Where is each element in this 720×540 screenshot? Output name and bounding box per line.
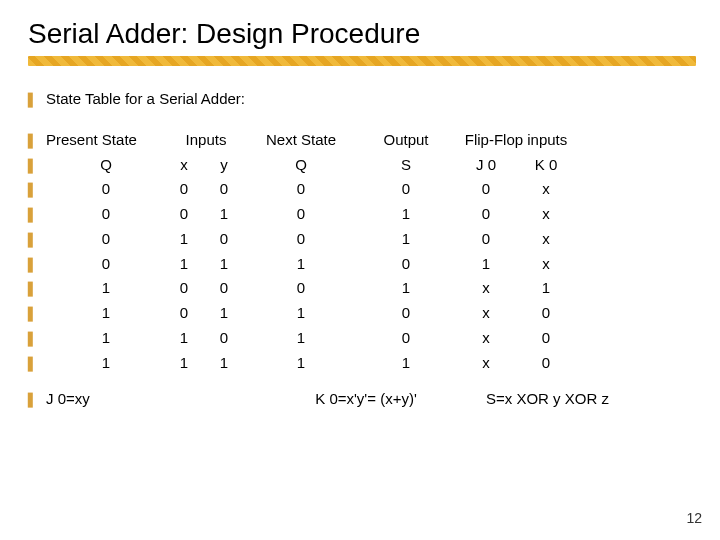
cell-q: 1 — [46, 279, 166, 298]
cell-k0: 0 — [516, 304, 576, 323]
cell-k0: 1 — [516, 279, 576, 298]
col-flipflop: Flip-Flop inputs — [456, 131, 576, 150]
cell-j0: x — [456, 279, 516, 298]
cell-q: 1 — [46, 304, 166, 323]
cell-next-q: 1 — [246, 354, 356, 373]
slide: Serial Adder: Design Procedure ❚ State T… — [0, 0, 720, 540]
cell-next-q: 1 — [246, 304, 356, 323]
cell-x: 0 — [166, 304, 202, 323]
table-row: ❚10110x0 — [24, 304, 696, 323]
table-row: ❚010010x — [24, 230, 696, 249]
col-present-state: Present State — [46, 131, 166, 150]
cell-q: 0 — [46, 205, 166, 224]
bullet-icon: ❚ — [24, 230, 46, 249]
cell-y: 0 — [202, 279, 246, 298]
cell-y: 0 — [202, 180, 246, 199]
cell-s: 0 — [356, 180, 456, 199]
table-row: ❚011101x — [24, 255, 696, 274]
content: ❚ State Table for a Serial Adder: ❚ Pres… — [24, 90, 696, 409]
cell-y: 0 — [202, 329, 246, 348]
cell-y: 1 — [202, 304, 246, 323]
cell-j0: 0 — [456, 205, 516, 224]
col-q2: Q — [246, 156, 356, 175]
cell-s: 1 — [356, 354, 456, 373]
cell-j0: 0 — [456, 180, 516, 199]
cell-s: 0 — [356, 304, 456, 323]
col-k0: K 0 — [516, 156, 576, 175]
cell-x: 0 — [166, 205, 202, 224]
cell-x: 1 — [166, 230, 202, 249]
cell-x: 1 — [166, 255, 202, 274]
cell-j0: x — [456, 329, 516, 348]
cell-q: 0 — [46, 180, 166, 199]
page-title: Serial Adder: Design Procedure — [28, 18, 696, 50]
bullet-icon: ❚ — [24, 90, 46, 109]
col-x: x — [166, 156, 202, 175]
table-row: ❚11111x0 — [24, 354, 696, 373]
cell-q: 0 — [46, 230, 166, 249]
title-underline — [28, 56, 696, 66]
table-row: ❚11010x0 — [24, 329, 696, 348]
bullet-icon: ❚ — [24, 304, 46, 323]
cell-x: 0 — [166, 279, 202, 298]
cell-y: 1 — [202, 255, 246, 274]
cell-s: 1 — [356, 279, 456, 298]
table-header-row-2: ❚ Q x y Q S J 0 K 0 — [24, 156, 696, 175]
col-y: y — [202, 156, 246, 175]
col-next-state: Next State — [246, 131, 356, 150]
cell-next-q: 0 — [246, 230, 356, 249]
formula-s: S=x XOR y XOR z — [486, 390, 686, 409]
cell-q: 1 — [46, 354, 166, 373]
formula-row: ❚ J 0=xy K 0=x'y'= (x+y)' S=x XOR y XOR … — [24, 390, 696, 409]
col-inputs: Inputs — [166, 131, 246, 150]
cell-q: 1 — [46, 329, 166, 348]
cell-next-q: 0 — [246, 180, 356, 199]
bullet-icon: ❚ — [24, 131, 46, 150]
bullet-icon: ❚ — [24, 329, 46, 348]
cell-next-q: 1 — [246, 255, 356, 274]
bullet-icon: ❚ — [24, 279, 46, 298]
intro-row: ❚ State Table for a Serial Adder: — [24, 90, 696, 109]
bullet-icon: ❚ — [24, 205, 46, 224]
cell-y: 1 — [202, 354, 246, 373]
cell-j0: 0 — [456, 230, 516, 249]
cell-x: 1 — [166, 354, 202, 373]
cell-k0: x — [516, 255, 576, 274]
cell-next-q: 0 — [246, 205, 356, 224]
cell-s: 1 — [356, 205, 456, 224]
cell-q: 0 — [46, 255, 166, 274]
bullet-icon: ❚ — [24, 156, 46, 175]
col-q: Q — [46, 156, 166, 175]
table-row: ❚000000x — [24, 180, 696, 199]
bullet-icon: ❚ — [24, 390, 46, 409]
bullet-icon: ❚ — [24, 180, 46, 199]
cell-x: 1 — [166, 329, 202, 348]
bullet-icon: ❚ — [24, 255, 46, 274]
bullet-icon: ❚ — [24, 354, 46, 373]
cell-y: 1 — [202, 205, 246, 224]
col-output: Output — [356, 131, 456, 150]
table-header-row-1: ❚ Present State Inputs Next State Output… — [24, 131, 696, 150]
cell-s: 0 — [356, 255, 456, 274]
table-body: ❚000000x❚001010x❚010010x❚011101x❚10001x1… — [24, 180, 696, 372]
cell-k0: 0 — [516, 354, 576, 373]
table-row: ❚001010x — [24, 205, 696, 224]
cell-k0: x — [516, 230, 576, 249]
cell-next-q: 1 — [246, 329, 356, 348]
intro-text: State Table for a Serial Adder: — [46, 90, 245, 109]
cell-next-q: 0 — [246, 279, 356, 298]
cell-y: 0 — [202, 230, 246, 249]
cell-x: 0 — [166, 180, 202, 199]
cell-j0: x — [456, 304, 516, 323]
cell-s: 1 — [356, 230, 456, 249]
page-number: 12 — [686, 510, 702, 526]
cell-s: 0 — [356, 329, 456, 348]
cell-j0: x — [456, 354, 516, 373]
cell-k0: x — [516, 180, 576, 199]
cell-k0: 0 — [516, 329, 576, 348]
col-j0: J 0 — [456, 156, 516, 175]
cell-j0: 1 — [456, 255, 516, 274]
cell-k0: x — [516, 205, 576, 224]
formula-k: K 0=x'y'= (x+y)' — [246, 390, 486, 409]
col-s: S — [356, 156, 456, 175]
